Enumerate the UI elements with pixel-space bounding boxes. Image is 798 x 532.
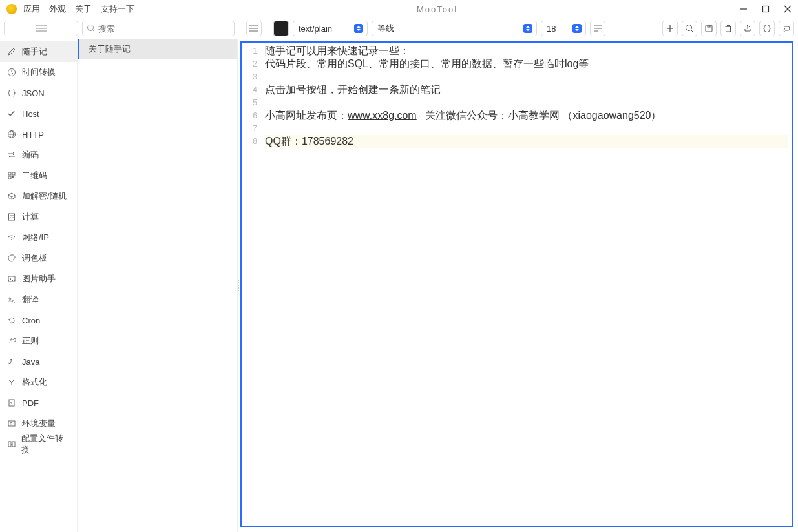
refresh-icon [6, 315, 17, 325]
svg-text:.*?: .*? [8, 338, 16, 345]
svg-rect-19 [706, 25, 712, 32]
more-button[interactable] [779, 21, 794, 36]
swap-icon [6, 150, 17, 160]
svg-rect-29 [12, 172, 15, 175]
link[interactable]: www.xx8g.com [348, 110, 417, 121]
export-button[interactable] [740, 21, 755, 36]
image-icon [6, 274, 17, 284]
pencil-icon [6, 46, 17, 57]
sidebar-item-2[interactable]: JSON [0, 83, 77, 103]
line-gutter: 12345678 [242, 43, 261, 526]
text-color-button[interactable] [273, 21, 289, 36]
translate-icon: 文A [6, 294, 17, 305]
java-icon: J [6, 356, 17, 367]
format-icon [6, 377, 17, 387]
sidebar-item-9[interactable]: 网络/IP [0, 227, 77, 248]
menu-about[interactable]: 关于 [75, 3, 92, 15]
menu-app[interactable]: 应用 [23, 3, 40, 15]
sidebar-item-17[interactable]: PPDF [0, 393, 77, 413]
editor-content[interactable]: 随手记可以用来快速记录一些：代码片段、常用的SQL、常用的接口、常用的数据、暂存… [261, 43, 792, 526]
find-button[interactable] [682, 21, 697, 36]
format-button[interactable] [759, 21, 775, 36]
font-select[interactable]: 等线 [372, 21, 537, 36]
close-button[interactable] [784, 5, 792, 13]
sidebar-item-18[interactable]: $环境变量 [0, 413, 77, 434]
menu-appearance[interactable]: 外观 [49, 3, 66, 15]
search-icon [87, 24, 96, 33]
sidebar-item-12[interactable]: 文A翻译 [0, 289, 77, 310]
syntax-select[interactable]: text/plain [293, 21, 368, 36]
sidebar-item-4[interactable]: HTTP [0, 124, 77, 145]
svg-text:$: $ [10, 422, 12, 426]
sidebar-item-16[interactable]: 格式化 [0, 372, 77, 393]
sidebar-item-label: 配置文件转换 [21, 433, 70, 456]
sidebar-item-label: 调色板 [22, 252, 47, 264]
note-list-item[interactable]: 关于随手记 [78, 39, 237, 59]
sidebar-item-13[interactable]: Cron [0, 310, 77, 331]
sidebar-item-6[interactable]: 二维码 [0, 165, 77, 186]
maximize-button[interactable] [762, 5, 770, 13]
splitter-handle[interactable] [238, 272, 240, 298]
toolbar: text/plain 等线 18 [0, 18, 798, 39]
wrap-button[interactable] [590, 21, 605, 36]
sidebar-item-label: 网络/IP [22, 232, 49, 243]
sidebar-item-7[interactable]: 加解密/随机 [0, 186, 77, 207]
window-title: MooTool [134, 5, 740, 14]
sidebar-item-8[interactable]: 计算 [0, 207, 77, 227]
palette-icon [6, 253, 17, 263]
sidebar-item-label: Host [22, 109, 39, 119]
arrow-return-icon [782, 24, 791, 33]
delete-button[interactable] [720, 21, 736, 36]
font-select-value: 等线 [377, 23, 394, 34]
sidebar-item-19[interactable]: 配置文件转换 [0, 434, 77, 455]
svg-rect-31 [12, 176, 14, 178]
sidebar-item-label: 二维码 [22, 170, 47, 181]
editor-pane: 12345678 随手记可以用来快速记录一些：代码片段、常用的SQL、常用的接口… [238, 39, 798, 532]
svg-rect-50 [12, 442, 15, 447]
svg-rect-21 [726, 26, 731, 32]
titlebar: 应用 外观 关于 支持一下 MooTool [0, 0, 798, 18]
chevron-updown-icon [523, 24, 532, 33]
braces-icon [762, 24, 772, 33]
note-list: 关于随手记 [78, 39, 238, 532]
plus-icon [666, 24, 675, 33]
add-button[interactable] [662, 21, 678, 36]
sidebar-item-0[interactable]: 随手记 [0, 41, 77, 62]
search-input-wrap[interactable] [82, 21, 235, 36]
sidebar-item-label: 随手记 [22, 46, 47, 57]
fontsize-select[interactable]: 18 [541, 21, 586, 36]
sidebar-item-1[interactable]: 时间转换 [0, 62, 77, 83]
sidebar-item-label: 图片助手 [22, 273, 56, 285]
editor-line: 小高网址发布页：www.xx8g.com 关注微信公众号：小高教学网 （xiao… [265, 109, 788, 122]
sidebar-toggle-button[interactable] [4, 21, 78, 36]
svg-rect-20 [708, 25, 710, 27]
braces-icon [6, 88, 17, 98]
qr-icon [6, 170, 17, 181]
sidebar-item-15[interactable]: JJava [0, 351, 77, 372]
editor-line [265, 96, 788, 109]
editor[interactable]: 12345678 随手记可以用来快速记录一些：代码片段、常用的SQL、常用的接口… [240, 41, 793, 527]
search-input[interactable] [98, 24, 230, 34]
list-menu-button[interactable] [246, 21, 262, 36]
save-button[interactable] [701, 21, 717, 36]
svg-line-18 [691, 30, 694, 33]
clock-icon [6, 67, 17, 77]
syntax-select-value: text/plain [299, 24, 332, 34]
chevron-updown-icon [354, 24, 363, 33]
sidebar-item-3[interactable]: Host [0, 103, 77, 124]
sidebar-item-14[interactable]: .*?正则 [0, 331, 77, 351]
svg-rect-32 [9, 214, 15, 220]
sidebar-item-10[interactable]: 调色板 [0, 248, 77, 269]
sidebar-item-label: 时间转换 [22, 66, 56, 78]
globe-icon [6, 129, 17, 139]
sidebar-item-11[interactable]: 图片助手 [0, 269, 77, 289]
app-logo-icon [6, 4, 17, 14]
sidebar-item-label: JSON [22, 88, 45, 98]
search-icon [685, 24, 694, 33]
check-icon [6, 108, 17, 119]
sidebar-item-5[interactable]: 编码 [0, 145, 77, 165]
sidebar-item-label: 翻译 [22, 294, 39, 305]
menu-support[interactable]: 支持一下 [101, 3, 134, 15]
wrap-icon [593, 25, 602, 32]
minimize-button[interactable] [740, 5, 748, 13]
